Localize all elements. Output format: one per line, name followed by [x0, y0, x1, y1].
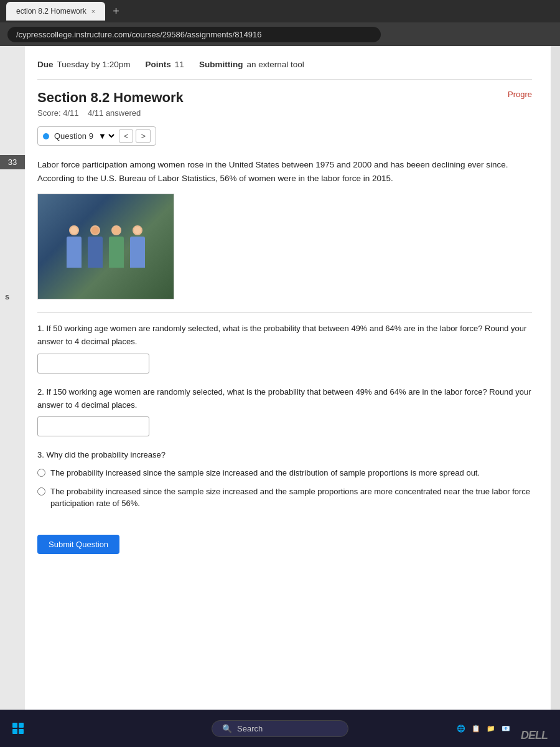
sub2-number: 2. — [37, 387, 44, 397]
taskbar-icon-3: 📁 — [487, 725, 495, 733]
score-value: 4/11 — [63, 108, 78, 118]
due-label: Due — [37, 60, 54, 69]
section-divider — [37, 312, 532, 312]
page-wrapper: 33 s Due Tuesday by 1:20pm Points 11 Sub… — [0, 46, 560, 710]
due-value: Tuesday by 1:20pm — [57, 60, 131, 69]
radio-b-input[interactable] — [37, 487, 45, 496]
question-image — [37, 194, 174, 299]
taskbar-icon-2: 📋 — [472, 725, 480, 733]
taskbar-search-label: Search — [237, 724, 263, 733]
sidebar-letter: s — [5, 292, 9, 301]
radio-a-label: The probability increased since the samp… — [50, 467, 480, 479]
radio-a-input[interactable] — [37, 469, 45, 477]
submit-question-button[interactable]: Submit Question — [37, 535, 119, 554]
radio-b-label: The probability increased since the samp… — [50, 486, 532, 510]
sub3-number: 3. — [37, 450, 44, 459]
figure-head — [90, 225, 100, 235]
page-title: Section 8.2 Homework — [37, 90, 184, 106]
figure-body — [109, 237, 124, 268]
progress-link[interactable]: Progre — [508, 90, 532, 99]
search-icon: 🔍 — [222, 724, 232, 733]
question-selector: Question 9 ▼ < > — [37, 126, 156, 146]
sub-question-2-text: 2. If 150 working age women are randomly… — [37, 386, 532, 412]
figure-body — [88, 237, 103, 268]
sub-question-3: 3. Why did the probability increase? The… — [37, 449, 532, 509]
new-tab-button[interactable]: + — [113, 5, 119, 18]
title-row: Section 8.2 Homework Progre — [37, 90, 532, 106]
url-input[interactable] — [7, 27, 381, 42]
figure-head — [133, 225, 142, 235]
next-question-button[interactable]: > — [136, 129, 151, 143]
answered-label: 4/11 answered — [88, 108, 141, 118]
image-figures — [65, 225, 146, 268]
figure-body — [67, 237, 82, 268]
prev-question-button[interactable]: < — [119, 129, 134, 143]
assignment-meta: Due Tuesday by 1:20pm Points 11 Submitti… — [37, 54, 532, 80]
figure-2 — [86, 225, 104, 268]
win-sq-4 — [19, 729, 24, 734]
radio-option-b[interactable]: The probability increased since the samp… — [37, 486, 532, 510]
sub-question-1: 1. If 50 working age women are randomly … — [37, 322, 532, 374]
sub-question-3-text: 3. Why did the probability increase? — [37, 449, 532, 462]
win-sq-1 — [12, 723, 17, 728]
score-info: Score: 4/11 4/11 answered — [37, 108, 532, 118]
radio-group: The probability increased since the samp… — [37, 467, 532, 510]
sub1-number: 1. — [37, 324, 44, 333]
right-panel — [551, 46, 560, 710]
points-label: Points — [146, 60, 171, 69]
taskbar-icon-4: 📧 — [502, 725, 510, 733]
submitting-meta: Submitting an external tool — [199, 60, 304, 69]
browser-tab[interactable]: ection 8.2 Homework × — [6, 2, 105, 21]
sub3-text: Why did the probability increase? — [46, 450, 166, 459]
win-sq-3 — [12, 729, 17, 734]
due-meta: Due Tuesday by 1:20pm — [37, 60, 131, 69]
main-content: Due Tuesday by 1:20pm Points 11 Submitti… — [25, 46, 551, 710]
points-value: 11 — [175, 60, 184, 69]
submitting-value: an external tool — [246, 60, 304, 69]
taskbar-app-icons — [12, 723, 24, 734]
score-label: Score: — [37, 108, 61, 118]
figure-head — [111, 225, 121, 235]
win-sq-2 — [19, 723, 24, 728]
tab-title: ection 8.2 Homework — [16, 7, 86, 16]
tab-close-button[interactable]: × — [91, 7, 95, 15]
sub1-text: If 50 working age women are randomly sel… — [37, 324, 526, 346]
sub2-answer-input[interactable] — [37, 416, 149, 436]
figure-3 — [108, 225, 125, 268]
question-dropdown[interactable]: ▼ — [96, 131, 116, 141]
left-sidebar: 33 s — [0, 46, 25, 710]
dell-logo: DELL — [521, 729, 548, 742]
windows-icon[interactable] — [12, 723, 24, 734]
figure-1 — [65, 225, 83, 268]
sub1-answer-input[interactable] — [37, 354, 149, 374]
taskbar: 🔍 Search 🌐 📋 📁 📧 DELL — [0, 710, 560, 747]
figure-body — [130, 237, 145, 268]
sub-question-2: 2. If 150 working age women are randomly… — [37, 386, 532, 437]
taskbar-search-bar[interactable]: 🔍 Search — [212, 720, 348, 737]
radio-option-a[interactable]: The probability increased since the samp… — [37, 467, 532, 479]
sub2-text: If 150 working age women are randomly se… — [37, 387, 531, 410]
question-dot — [43, 133, 49, 139]
address-bar — [0, 22, 560, 46]
sidebar-number: 33 — [0, 155, 25, 169]
figure-head — [69, 225, 79, 235]
browser-titlebar: ection 8.2 Homework × + — [0, 0, 560, 22]
question-context-text: Labor force participation among women ro… — [37, 158, 532, 185]
figure-4 — [129, 225, 146, 268]
submitting-label: Submitting — [199, 60, 243, 69]
points-meta: Points 11 — [146, 60, 184, 69]
taskbar-icon-1: 🌐 — [457, 725, 465, 733]
taskbar-right-icons: 🌐 📋 📁 📧 — [457, 725, 510, 733]
sub-question-1-text: 1. If 50 working age women are randomly … — [37, 322, 532, 349]
question-label: Question 9 — [54, 131, 93, 141]
